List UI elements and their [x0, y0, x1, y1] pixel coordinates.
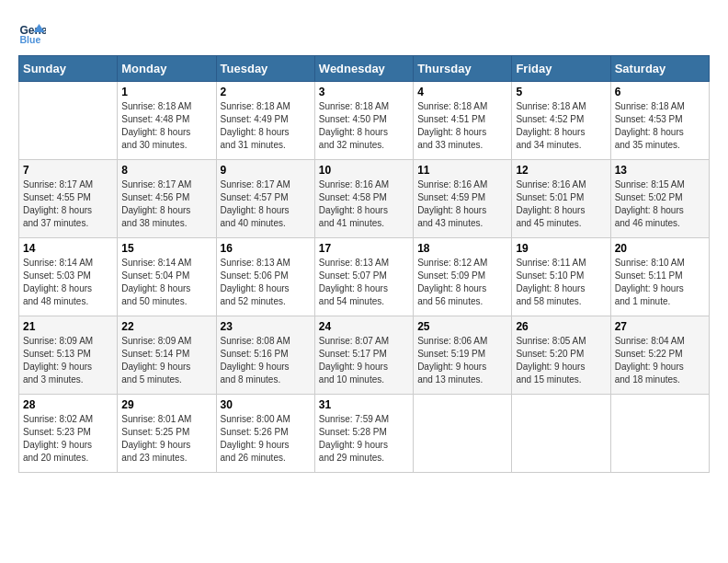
day-cell: 9Sunrise: 8:17 AM Sunset: 4:57 PM Daylig…	[216, 160, 314, 238]
day-number: 5	[516, 86, 606, 98]
day-cell: 18Sunrise: 8:12 AM Sunset: 5:09 PM Dayli…	[414, 238, 512, 316]
day-cell: 8Sunrise: 8:17 AM Sunset: 4:56 PM Daylig…	[118, 160, 216, 238]
day-info: Sunrise: 8:18 AM Sunset: 4:49 PM Dayligh…	[221, 100, 311, 152]
header-cell-friday: Friday	[512, 56, 610, 82]
day-cell: 20Sunrise: 8:10 AM Sunset: 5:11 PM Dayli…	[610, 238, 709, 316]
day-info: Sunrise: 8:16 AM Sunset: 5:01 PM Dayligh…	[516, 178, 606, 230]
day-info: Sunrise: 8:16 AM Sunset: 4:59 PM Dayligh…	[417, 178, 507, 230]
svg-text:Blue: Blue	[20, 34, 41, 45]
day-cell: 28Sunrise: 8:02 AM Sunset: 5:23 PM Dayli…	[19, 395, 118, 473]
day-number: 18	[417, 242, 507, 255]
day-cell: 6Sunrise: 8:18 AM Sunset: 4:53 PM Daylig…	[610, 82, 709, 160]
day-cell: 3Sunrise: 8:18 AM Sunset: 4:50 PM Daylig…	[314, 82, 413, 160]
day-cell: 4Sunrise: 8:18 AM Sunset: 4:51 PM Daylig…	[414, 82, 512, 160]
day-info: Sunrise: 8:13 AM Sunset: 5:07 PM Dayligh…	[319, 257, 409, 308]
day-info: Sunrise: 8:08 AM Sunset: 5:16 PM Dayligh…	[221, 335, 311, 386]
header-cell-monday: Monday	[118, 56, 216, 82]
day-number: 14	[23, 242, 113, 255]
day-number: 28	[23, 398, 113, 411]
day-info: Sunrise: 8:18 AM Sunset: 4:50 PM Dayligh…	[319, 100, 409, 152]
day-cell: 26Sunrise: 8:05 AM Sunset: 5:20 PM Dayli…	[512, 316, 610, 395]
day-cell	[414, 395, 512, 473]
week-row-1: 1Sunrise: 8:18 AM Sunset: 4:48 PM Daylig…	[19, 82, 710, 160]
day-cell: 13Sunrise: 8:15 AM Sunset: 5:02 PM Dayli…	[610, 160, 709, 238]
day-number: 23	[221, 320, 311, 333]
week-row-5: 28Sunrise: 8:02 AM Sunset: 5:23 PM Dayli…	[19, 395, 710, 473]
day-number: 29	[121, 398, 211, 411]
day-cell: 19Sunrise: 8:11 AM Sunset: 5:10 PM Dayli…	[512, 238, 610, 316]
day-info: Sunrise: 8:18 AM Sunset: 4:53 PM Dayligh…	[615, 100, 705, 152]
day-number: 13	[615, 164, 705, 177]
day-info: Sunrise: 8:09 AM Sunset: 5:14 PM Dayligh…	[121, 335, 211, 386]
day-number: 31	[319, 398, 409, 411]
day-cell: 10Sunrise: 8:16 AM Sunset: 4:58 PM Dayli…	[314, 160, 413, 238]
day-cell: 29Sunrise: 8:01 AM Sunset: 5:25 PM Dayli…	[118, 395, 216, 473]
day-cell	[512, 395, 610, 473]
header-cell-thursday: Thursday	[414, 56, 512, 82]
day-info: Sunrise: 8:09 AM Sunset: 5:13 PM Dayligh…	[23, 335, 113, 386]
day-number: 25	[417, 320, 507, 333]
day-cell: 14Sunrise: 8:14 AM Sunset: 5:03 PM Dayli…	[19, 238, 118, 316]
day-number: 12	[516, 164, 606, 177]
day-info: Sunrise: 8:17 AM Sunset: 4:56 PM Dayligh…	[121, 178, 211, 230]
day-info: Sunrise: 8:17 AM Sunset: 4:57 PM Dayligh…	[221, 178, 311, 230]
day-number: 4	[417, 86, 507, 98]
day-cell	[610, 395, 709, 473]
day-cell: 5Sunrise: 8:18 AM Sunset: 4:52 PM Daylig…	[512, 82, 610, 160]
day-info: Sunrise: 8:16 AM Sunset: 4:58 PM Dayligh…	[319, 178, 409, 230]
day-number: 2	[221, 86, 311, 98]
day-cell: 24Sunrise: 8:07 AM Sunset: 5:17 PM Dayli…	[314, 316, 413, 395]
day-cell: 16Sunrise: 8:13 AM Sunset: 5:06 PM Dayli…	[216, 238, 314, 316]
day-cell: 25Sunrise: 8:06 AM Sunset: 5:19 PM Dayli…	[414, 316, 512, 395]
day-cell: 15Sunrise: 8:14 AM Sunset: 5:04 PM Dayli…	[118, 238, 216, 316]
week-row-4: 21Sunrise: 8:09 AM Sunset: 5:13 PM Dayli…	[19, 316, 710, 395]
calendar-body: 1Sunrise: 8:18 AM Sunset: 4:48 PM Daylig…	[19, 82, 710, 473]
day-info: Sunrise: 8:17 AM Sunset: 4:55 PM Dayligh…	[23, 178, 113, 230]
day-cell: 27Sunrise: 8:04 AM Sunset: 5:22 PM Dayli…	[610, 316, 709, 395]
day-info: Sunrise: 8:18 AM Sunset: 4:52 PM Dayligh…	[516, 100, 606, 152]
day-number: 26	[516, 320, 606, 333]
header-cell-wednesday: Wednesday	[314, 56, 413, 82]
header: General Blue	[18, 18, 710, 46]
day-number: 10	[319, 164, 409, 177]
day-info: Sunrise: 8:06 AM Sunset: 5:19 PM Dayligh…	[417, 335, 507, 386]
day-number: 7	[23, 164, 113, 177]
day-number: 1	[121, 86, 211, 98]
week-row-2: 7Sunrise: 8:17 AM Sunset: 4:55 PM Daylig…	[19, 160, 710, 238]
day-cell: 1Sunrise: 8:18 AM Sunset: 4:48 PM Daylig…	[118, 82, 216, 160]
day-cell: 11Sunrise: 8:16 AM Sunset: 4:59 PM Dayli…	[414, 160, 512, 238]
day-number: 8	[121, 164, 211, 177]
calendar-header: SundayMondayTuesdayWednesdayThursdayFrid…	[19, 56, 710, 82]
day-info: Sunrise: 8:05 AM Sunset: 5:20 PM Dayligh…	[516, 335, 606, 386]
day-cell: 22Sunrise: 8:09 AM Sunset: 5:14 PM Dayli…	[118, 316, 216, 395]
day-number: 17	[319, 242, 409, 255]
day-cell: 17Sunrise: 8:13 AM Sunset: 5:07 PM Dayli…	[314, 238, 413, 316]
day-info: Sunrise: 8:01 AM Sunset: 5:25 PM Dayligh…	[121, 413, 211, 465]
day-cell	[19, 82, 118, 160]
day-info: Sunrise: 8:18 AM Sunset: 4:51 PM Dayligh…	[417, 100, 507, 152]
week-row-3: 14Sunrise: 8:14 AM Sunset: 5:03 PM Dayli…	[19, 238, 710, 316]
day-number: 22	[121, 320, 211, 333]
day-info: Sunrise: 8:07 AM Sunset: 5:17 PM Dayligh…	[319, 335, 409, 386]
day-number: 21	[23, 320, 113, 333]
day-info: Sunrise: 8:13 AM Sunset: 5:06 PM Dayligh…	[221, 257, 311, 308]
day-cell: 7Sunrise: 8:17 AM Sunset: 4:55 PM Daylig…	[19, 160, 118, 238]
day-cell: 23Sunrise: 8:08 AM Sunset: 5:16 PM Dayli…	[216, 316, 314, 395]
day-number: 6	[615, 86, 705, 98]
day-number: 3	[319, 86, 409, 98]
day-number: 16	[221, 242, 311, 255]
header-cell-saturday: Saturday	[610, 56, 709, 82]
day-info: Sunrise: 7:59 AM Sunset: 5:28 PM Dayligh…	[319, 413, 409, 465]
header-cell-sunday: Sunday	[19, 56, 118, 82]
header-row: SundayMondayTuesdayWednesdayThursdayFrid…	[19, 56, 710, 82]
day-info: Sunrise: 8:11 AM Sunset: 5:10 PM Dayligh…	[516, 257, 606, 308]
day-cell: 21Sunrise: 8:09 AM Sunset: 5:13 PM Dayli…	[19, 316, 118, 395]
day-info: Sunrise: 8:00 AM Sunset: 5:26 PM Dayligh…	[221, 413, 311, 465]
logo: General Blue	[18, 18, 50, 46]
day-number: 11	[417, 164, 507, 177]
day-info: Sunrise: 8:04 AM Sunset: 5:22 PM Dayligh…	[615, 335, 705, 386]
logo-icon: General Blue	[18, 18, 46, 46]
day-number: 24	[319, 320, 409, 333]
calendar-table: SundayMondayTuesdayWednesdayThursdayFrid…	[18, 55, 710, 473]
day-cell: 30Sunrise: 8:00 AM Sunset: 5:26 PM Dayli…	[216, 395, 314, 473]
